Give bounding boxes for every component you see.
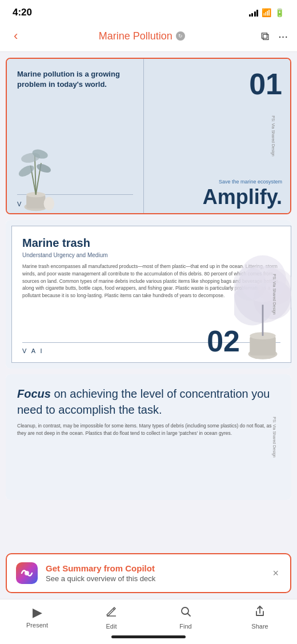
tab-edit[interactable]: Edit	[74, 605, 148, 630]
slide1-bottom-right: Save the marine ecosystem Amplify.	[203, 179, 282, 207]
wifi-icon: 📶	[262, 8, 271, 17]
tab-bar: ▶ Present Edit Find Sh	[0, 599, 297, 632]
more-button[interactable]: ···	[278, 30, 288, 43]
slide1-sidebar-text: PS: Via Shared Design	[271, 115, 275, 156]
share-label: Share	[251, 623, 268, 630]
slide-3: Focus on achieving the level of concentr…	[6, 374, 291, 500]
present-label: Present	[26, 622, 48, 629]
present-icon: ▶	[33, 605, 42, 620]
copilot-subtext: See a quick overview of this deck	[46, 574, 262, 583]
slide1-plant-illustration	[13, 145, 70, 213]
home-indicator	[0, 632, 297, 644]
sync-icon: ↻	[176, 31, 185, 41]
status-icons: 📶 🔋	[249, 8, 285, 17]
find-icon	[179, 605, 192, 621]
svg-point-7	[35, 162, 52, 174]
layout-button[interactable]: ⧉	[261, 30, 269, 43]
slide-2-wrapper[interactable]: Marine trash Understand Urgency and Medi…	[6, 220, 291, 369]
status-time: 4:20	[13, 7, 32, 18]
edit-icon	[105, 605, 118, 621]
slide1-save-text: Save the marine ecosystem	[203, 179, 282, 185]
slide2-sidebar-text: PS: Via Shared Design	[272, 274, 276, 314]
nav-actions: ⧉ ···	[261, 30, 288, 43]
copilot-headline-prefix: Get	[46, 563, 62, 573]
slide3-heading: Focus on achieving the level of concentr…	[17, 386, 280, 418]
nav-title-group: Marine Pollution ↻	[99, 30, 185, 42]
slide-1-wrapper[interactable]: Marine pollution is a growing problem in…	[6, 58, 291, 214]
top-nav: ‹ Marine Pollution ↻ ⧉ ···	[0, 22, 297, 52]
copilot-headline: Get Summary from Copilot	[46, 563, 262, 573]
slide3-body: Cleanup, in contrast, may be impossible …	[17, 422, 280, 437]
find-label: Find	[179, 623, 191, 630]
signal-icon	[249, 9, 259, 17]
slide2-plant-illustration	[234, 220, 291, 369]
copilot-icon	[16, 562, 38, 584]
slide3-heading-bold: Focus	[17, 387, 51, 400]
slide1-number: 01	[249, 67, 282, 101]
slide2-number: 02	[207, 324, 240, 358]
slide1-left-panel: Marine pollution is a growing problem in…	[7, 59, 144, 213]
presentation-title: Marine Pollution	[99, 30, 172, 42]
tab-present[interactable]: ▶ Present	[0, 605, 74, 630]
slide3-sidebar-text: PS: Via Shared Design	[272, 417, 276, 457]
slide-1: Marine pollution is a growing problem in…	[7, 59, 290, 213]
back-button[interactable]: ‹	[9, 26, 22, 46]
share-icon	[254, 605, 266, 621]
tab-share[interactable]: Share	[223, 605, 297, 630]
slide-2: Marine trash Understand Urgency and Medi…	[6, 220, 291, 369]
copilot-headline-suffix: from Copilot	[102, 563, 155, 573]
edit-label: Edit	[106, 623, 117, 630]
copilot-banner[interactable]: Get Summary from Copilot See a quick ove…	[6, 553, 291, 593]
status-bar: 4:20 📶 🔋	[0, 0, 297, 22]
slides-area[interactable]: Marine pollution is a growing problem in…	[0, 52, 297, 547]
tab-find[interactable]: Find	[148, 605, 223, 630]
copilot-text: Get Summary from Copilot See a quick ove…	[46, 563, 262, 583]
svg-point-22	[25, 571, 29, 575]
slide1-amplify: Amplify.	[203, 187, 282, 207]
home-bar	[111, 635, 186, 638]
slide-3-wrapper[interactable]: Focus on achieving the level of concentr…	[6, 374, 291, 500]
slide1-title: Marine pollution is a growing problem in…	[17, 69, 133, 90]
copilot-headline-accent: Summary	[62, 563, 101, 573]
svg-point-10	[44, 197, 54, 210]
svg-line-25	[188, 614, 191, 617]
battery-icon: 🔋	[275, 8, 284, 17]
slide3-heading-rest: on achieving the level of concentration …	[17, 387, 270, 416]
copilot-close-button[interactable]: ×	[270, 565, 281, 582]
